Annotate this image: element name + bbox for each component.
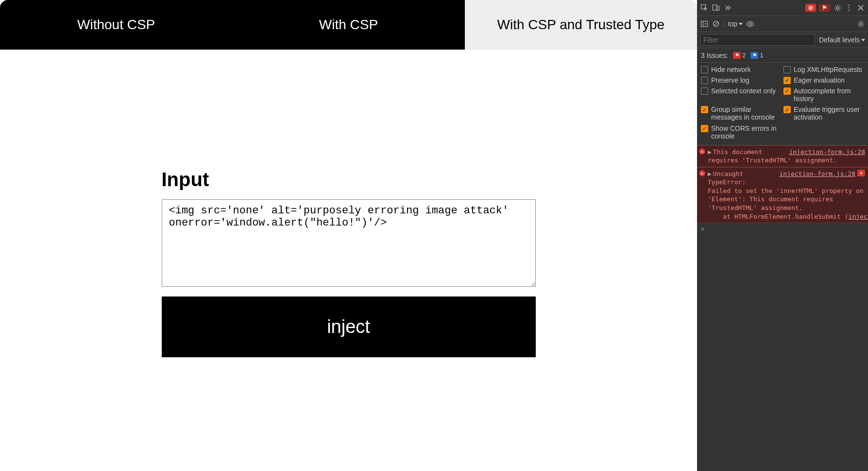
issues-red-badge: ⚑2 bbox=[733, 52, 746, 59]
stack-source-link[interactable]: injection-form.js:28:41 bbox=[849, 213, 868, 220]
opt-hide-network[interactable]: Hide network bbox=[701, 66, 782, 73]
opt-log-xhr[interactable]: Log XMLHttpRequests bbox=[783, 66, 864, 73]
console-messages: ✕ injection-form.js:28 ▶This document re… bbox=[697, 145, 868, 234]
checkbox-checked-icon[interactable]: ✓ bbox=[701, 106, 708, 113]
opt-eval-triggers[interactable]: ✓Evaluate triggers user activation bbox=[783, 105, 864, 121]
content-area: Input inject bbox=[0, 50, 697, 471]
svg-rect-2 bbox=[717, 6, 719, 10]
checkbox-icon[interactable] bbox=[701, 66, 708, 73]
live-expression-icon[interactable] bbox=[746, 19, 754, 28]
checkbox-icon[interactable] bbox=[783, 66, 791, 73]
issues-row[interactable]: 3 Issues: ⚑2 ⚑1 bbox=[697, 48, 868, 63]
svg-point-4 bbox=[849, 5, 850, 6]
checkbox-checked-icon[interactable]: ✓ bbox=[701, 125, 708, 132]
svg-point-12 bbox=[749, 23, 751, 25]
svg-point-3 bbox=[836, 6, 838, 9]
checkbox-checked-icon[interactable]: ✓ bbox=[783, 87, 791, 95]
svg-point-6 bbox=[849, 10, 850, 11]
opt-selected-context[interactable]: Selected context only bbox=[701, 87, 782, 103]
app-tabs: Without CSP With CSP With CSP and Truste… bbox=[0, 0, 697, 50]
issues-blue-badge: ⚑1 bbox=[750, 52, 763, 59]
checkbox-checked-icon[interactable]: ✓ bbox=[783, 106, 791, 113]
opt-group-similar[interactable]: ✓Group similar messages in console bbox=[701, 105, 782, 121]
error-flag-badge[interactable]: ⚑ bbox=[819, 4, 830, 12]
error-source-link[interactable]: injection-form.js:28 bbox=[779, 170, 855, 178]
checkbox-checked-icon[interactable]: ✓ bbox=[783, 77, 791, 84]
console-toolbar: | top bbox=[697, 16, 868, 32]
error-source-link[interactable]: injection-form.js:28 bbox=[789, 148, 865, 157]
checkbox-icon[interactable] bbox=[701, 77, 708, 84]
checkbox-icon[interactable] bbox=[701, 87, 708, 95]
issues-label: 3 Issues: bbox=[701, 52, 728, 59]
payload-textarea[interactable] bbox=[162, 199, 536, 287]
expand-arrow-icon[interactable]: ▶ bbox=[708, 148, 712, 156]
tab-with-csp-trusted-type[interactable]: With CSP and Trusted Type bbox=[465, 0, 697, 50]
close-devtools-icon[interactable] bbox=[856, 3, 865, 12]
tab-with-csp[interactable]: With CSP bbox=[232, 0, 464, 50]
settings-gear-icon[interactable] bbox=[833, 3, 842, 12]
error-icon: ✕ bbox=[699, 148, 705, 155]
svg-rect-1 bbox=[713, 5, 717, 10]
console-filter-input[interactable] bbox=[700, 34, 815, 46]
console-sidebar-toggle-icon[interactable] bbox=[700, 19, 709, 28]
devtools-panel: ⊘ ⚑ | top bbox=[697, 0, 868, 471]
error-stack-line: at HTMLFormElement.handleSubmit (injecti… bbox=[708, 212, 865, 221]
opt-autocomplete[interactable]: ✓Autocomplete from history bbox=[783, 87, 864, 103]
devtools-topbar: ⊘ ⚑ bbox=[697, 0, 868, 16]
error-icon: ✕ bbox=[699, 170, 705, 176]
error-count-badge[interactable]: ⊘ bbox=[805, 4, 816, 12]
injection-form: Input inject bbox=[162, 169, 536, 357]
device-toggle-icon[interactable] bbox=[712, 3, 720, 12]
input-label: Input bbox=[162, 169, 536, 191]
console-prompt[interactable]: > bbox=[697, 223, 868, 234]
log-levels-select[interactable]: Default levels bbox=[819, 36, 865, 44]
main-app: Without CSP With CSP With CSP and Truste… bbox=[0, 0, 697, 471]
svg-marker-9 bbox=[705, 23, 706, 25]
inspect-icon[interactable] bbox=[700, 3, 709, 12]
more-tabs-icon[interactable] bbox=[723, 3, 732, 12]
svg-line-11 bbox=[714, 22, 718, 26]
error-detail-line: Failed to set the 'innerHTML' property o… bbox=[708, 187, 865, 212]
clear-console-icon[interactable] bbox=[712, 19, 720, 28]
context-select[interactable]: top bbox=[728, 20, 743, 28]
console-error-2[interactable]: ✕ ✕ injection-form.js:28 ▶Uncaught TypeE… bbox=[697, 167, 868, 223]
console-error-1[interactable]: ✕ injection-form.js:28 ▶This document re… bbox=[697, 145, 868, 167]
kebab-menu-icon[interactable] bbox=[845, 3, 853, 12]
svg-rect-7 bbox=[701, 21, 708, 27]
tab-without-csp[interactable]: Without CSP bbox=[0, 0, 232, 50]
inject-button[interactable]: inject bbox=[162, 297, 536, 357]
svg-point-5 bbox=[849, 7, 850, 9]
opt-show-cors[interactable]: ✓Show CORS errors in console bbox=[701, 124, 782, 140]
dismiss-error-icon[interactable]: ✕ bbox=[857, 170, 865, 176]
console-options: Hide network Log XMLHttpRequests Preserv… bbox=[697, 63, 868, 145]
opt-eager-eval[interactable]: ✓Eager evaluation bbox=[783, 76, 864, 84]
console-filter-row: Default levels bbox=[697, 32, 868, 48]
svg-point-13 bbox=[859, 22, 862, 25]
expand-arrow-icon[interactable]: ▶ bbox=[708, 170, 712, 177]
opt-preserve-log[interactable]: Preserve log bbox=[701, 76, 782, 84]
console-settings-gear-icon[interactable] bbox=[856, 19, 865, 28]
